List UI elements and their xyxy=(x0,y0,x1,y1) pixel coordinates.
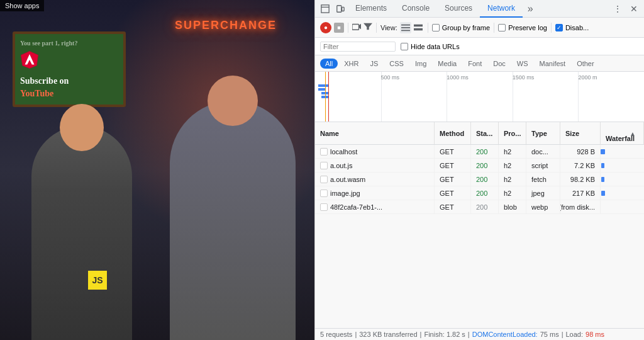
hide-data-urls-label: Hide data URLs xyxy=(411,43,460,50)
table-body: localhost GET 200 h2 doc... 928 B xyxy=(315,145,644,328)
tab-elements[interactable]: Elements xyxy=(348,0,394,18)
tab-sources[interactable]: Sources xyxy=(437,0,480,18)
view-label: View: xyxy=(380,24,397,31)
neon-sign: SUPERCHANGE xyxy=(175,19,277,32)
td-status-aoutwasm: 200 xyxy=(471,173,499,186)
person-left xyxy=(31,126,132,340)
td-name-aoutwasm: a.out.wasm xyxy=(315,173,435,186)
hide-data-urls-section[interactable]: Hide data URLs xyxy=(401,43,460,50)
disable-cache-checkbox[interactable]: Disab... xyxy=(555,24,589,31)
td-status-aoutjs: 200 xyxy=(471,159,499,172)
record-button[interactable]: ● xyxy=(320,22,331,33)
separator-2: | xyxy=(420,331,422,338)
td-size-aoutwasm: 98.2 KB xyxy=(560,173,601,186)
td-method-imagejpg: GET xyxy=(435,186,471,200)
view-large-rows-icon[interactable] xyxy=(413,22,424,33)
row-checkbox-3[interactable] xyxy=(320,176,328,183)
show-apps-bar[interactable]: Show apps xyxy=(0,0,44,11)
svg-marker-8 xyxy=(364,23,372,30)
row-checkbox-2[interactable] xyxy=(320,162,328,169)
th-type[interactable]: Type xyxy=(526,122,560,144)
device-toolbar-icon[interactable] xyxy=(333,1,348,16)
waterfall-bar-imagejpg xyxy=(601,191,605,196)
filter-input[interactable] xyxy=(323,43,392,50)
filter-type-js[interactable]: JS xyxy=(365,59,383,69)
filter-type-media[interactable]: Media xyxy=(433,59,462,69)
toolbar-separator-1 xyxy=(348,23,348,33)
devtools-close-icon[interactable]: ✕ xyxy=(626,1,641,16)
network-timeline: 500 ms 1000 ms 1500 ms 2000 m xyxy=(315,72,644,122)
dom-content-loaded-line xyxy=(325,72,326,122)
filter-input-wrapper xyxy=(320,42,396,52)
finish-time: Finish: 1.82 s xyxy=(424,331,465,338)
filter-icon[interactable] xyxy=(364,23,372,32)
tick-2000ms: 2000 m xyxy=(578,74,597,81)
filter-type-font[interactable]: Font xyxy=(463,59,487,69)
inspect-icon[interactable] xyxy=(318,1,333,16)
row-checkbox-5[interactable] xyxy=(320,203,328,211)
load-value: 98 ms xyxy=(586,331,604,338)
filter-type-other[interactable]: Other xyxy=(572,59,599,69)
dom-content-loaded-link[interactable]: DOMContentLoaded: xyxy=(472,331,538,338)
table-header: Name Method Sta... Pro... Type Size Wate… xyxy=(315,122,644,145)
svg-rect-12 xyxy=(414,24,423,26)
waterfall-timeline-header: Waterfall ▲ xyxy=(606,122,638,144)
th-protocol[interactable]: Pro... xyxy=(499,122,526,144)
td-size-aoutjs: 7.2 KB xyxy=(560,159,601,172)
group-by-frame-label: Group by frame xyxy=(442,24,490,31)
filter-type-xhr[interactable]: XHR xyxy=(339,59,364,69)
svg-rect-6 xyxy=(352,25,359,30)
table-row[interactable]: a.out.wasm GET 200 h2 fetch 98.2 KB xyxy=(315,173,644,186)
waterfall-bar-aoutwasm xyxy=(601,177,605,182)
th-waterfall[interactable]: Waterfall ▲ xyxy=(601,122,644,144)
svg-rect-11 xyxy=(401,30,410,31)
table-row[interactable]: localhost GET 200 h2 doc... 928 B xyxy=(315,145,644,159)
devtools-settings-icon[interactable]: ⋮ xyxy=(610,1,625,16)
filter-type-all[interactable]: All xyxy=(320,59,338,69)
view-list-icon[interactable] xyxy=(400,22,411,33)
tab-console[interactable]: Console xyxy=(394,0,437,18)
row-checkbox-4[interactable] xyxy=(320,190,328,197)
td-size-imagejpg: 217 KB xyxy=(560,186,601,200)
chalkboard-text: You see part 1, right? Subscribe on YouT… xyxy=(15,34,123,105)
camera-icon[interactable] xyxy=(352,23,361,32)
chalkboard: You see part 1, right? Subscribe on YouT… xyxy=(13,31,126,107)
video-background: You see part 1, right? Subscribe on YouT… xyxy=(0,0,314,340)
filter-type-css[interactable]: CSS xyxy=(384,59,409,69)
td-protocol-aoutjs: h2 xyxy=(499,159,526,172)
th-name[interactable]: Name xyxy=(315,122,435,144)
tick-500ms: 500 ms xyxy=(381,74,400,81)
separator-1: | xyxy=(355,331,357,338)
devtools-main: ● ■ View: Gr xyxy=(315,18,644,340)
network-toolbar: ● ■ View: Gr xyxy=(315,18,644,38)
table-row[interactable]: 48f2cafa-7eb1-... GET 200 blob webp (fro… xyxy=(315,200,644,214)
toolbar-separator-3 xyxy=(428,23,428,33)
group-by-frame-checkbox-box xyxy=(432,24,440,31)
hide-data-urls-checkbox xyxy=(401,43,408,50)
sort-icon: ▲ xyxy=(630,130,636,137)
th-status[interactable]: Sta... xyxy=(471,122,499,144)
th-method[interactable]: Method xyxy=(435,122,471,144)
th-size[interactable]: Size xyxy=(560,122,601,144)
td-method-aoutwasm: GET xyxy=(435,173,471,186)
filter-type-img[interactable]: Img xyxy=(410,59,431,69)
tab-network[interactable]: Network xyxy=(480,0,523,18)
preserve-log-checkbox[interactable]: Preserve log xyxy=(498,24,547,31)
svg-rect-9 xyxy=(401,24,410,25)
more-tabs-icon[interactable]: » xyxy=(523,1,538,16)
table-row[interactable]: image.jpg GET 200 h2 jpeg 217 KB xyxy=(315,186,644,200)
svg-rect-5 xyxy=(342,7,345,11)
row-checkbox-1[interactable] xyxy=(320,148,328,156)
video-panel: Show apps You see part 1, right? Subscri… xyxy=(0,0,314,340)
filter-type-manifest[interactable]: Manifest xyxy=(535,59,571,69)
svg-rect-4 xyxy=(337,5,341,12)
devtools-panel: Elements Console Sources Network » ⋮ ✕ ●… xyxy=(314,0,644,340)
filter-type-ws[interactable]: WS xyxy=(512,59,533,69)
preserve-log-checkbox-box xyxy=(498,24,506,31)
table-row[interactable]: a.out.js GET 200 h2 script 7.2 KB xyxy=(315,159,644,173)
filter-type-doc[interactable]: Doc xyxy=(488,59,511,69)
td-waterfall-blob xyxy=(601,200,644,213)
td-type-localhost: doc... xyxy=(526,145,560,158)
stop-recording-button[interactable]: ■ xyxy=(334,23,344,33)
group-by-frame-checkbox[interactable]: Group by frame xyxy=(432,24,490,31)
